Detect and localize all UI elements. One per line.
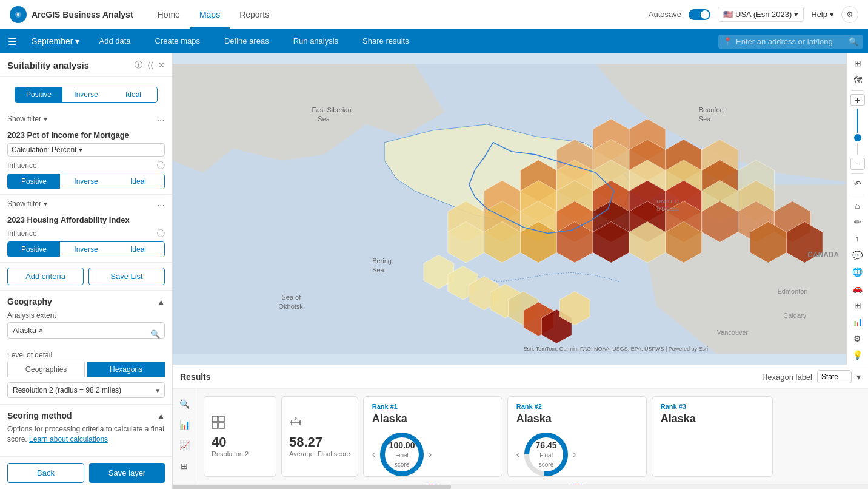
rank1-next-btn[interactable]: › xyxy=(429,449,432,460)
hex-state-select[interactable]: State xyxy=(817,370,852,383)
region-selector[interactable]: 🇺🇸 USA (Esri 2023) ▾ xyxy=(718,7,804,22)
count-grid-icon xyxy=(212,416,225,432)
toolbar-basemap-icon[interactable]: 🗺 xyxy=(849,72,867,87)
show-filter-btn-1[interactable]: Show filter ▾ xyxy=(7,115,47,123)
toolbar-export-icon[interactable]: ↑ xyxy=(849,231,867,246)
sub-nav-run-analysis[interactable]: Run analysis xyxy=(281,29,350,53)
rank1-prev-btn[interactable]: ‹ xyxy=(372,449,375,460)
influence-tab-inverse-2[interactable]: Inverse xyxy=(60,242,112,257)
toolbar-car-icon[interactable]: 🚗 xyxy=(849,281,867,295)
main-nav: Home Maps Reports xyxy=(148,0,634,29)
toolbar-globe-icon[interactable]: 🌐 xyxy=(849,265,867,279)
influence-tab-positive-2[interactable]: Positive xyxy=(8,242,60,257)
results-panel: Results Hexagon label State ▾ 🔍 📊 � xyxy=(173,365,868,489)
sub-nav: ☰ September ▾ Add data Create maps Defin… xyxy=(0,29,868,53)
sub-nav-share-results[interactable]: Share results xyxy=(350,29,421,53)
results-body: 🔍 📊 📈 ⊞ xyxy=(173,389,868,484)
tab-inverse[interactable]: Inverse xyxy=(62,87,110,102)
rank2-next-btn[interactable]: › xyxy=(573,449,576,460)
avg-icon: x̄ xyxy=(289,416,302,432)
rank2-prev-btn[interactable]: ‹ xyxy=(516,449,519,460)
detail-tab-geographies[interactable]: Geographies xyxy=(7,362,85,377)
show-filter-label-2: Show filter xyxy=(7,200,41,208)
criteria-section-2: Show filter ▾ ··· 2023 Housing Affordabi… xyxy=(0,195,172,263)
influence-tab-ideal-1[interactable]: Ideal xyxy=(112,174,164,189)
settings-btn[interactable]: ⚙ xyxy=(841,6,858,23)
tab-positive[interactable]: Positive xyxy=(15,87,62,102)
region-chevron: ▾ xyxy=(794,10,798,19)
geography-collapse-btn[interactable]: ▲ xyxy=(157,297,165,306)
detail-tab-hexagons[interactable]: Hexagons xyxy=(87,362,165,377)
svg-text:Edmonton: Edmonton xyxy=(777,288,807,295)
result-trend-icon[interactable]: 📈 xyxy=(176,437,192,453)
result-card-count: 40 Resolution 2 xyxy=(204,396,276,477)
scoring-collapse-btn[interactable]: ▲ xyxy=(157,411,165,420)
sub-nav-create-maps[interactable]: Create maps xyxy=(143,29,212,53)
toolbar-undo-icon[interactable]: ↶ xyxy=(849,177,867,191)
svg-text:Okhotsk: Okhotsk xyxy=(279,303,304,310)
toolbar-home-icon[interactable]: ⌂ xyxy=(849,198,867,212)
geo-search-input[interactable] xyxy=(7,322,165,339)
help-circle-icon[interactable]: ⓘ xyxy=(135,59,142,70)
save-list-btn[interactable]: Save List xyxy=(88,268,165,285)
toolbar-bulb-icon[interactable]: 💡 xyxy=(849,348,867,362)
rank2-sub: Final score xyxy=(539,452,553,468)
more-options-btn-2[interactable]: ··· xyxy=(157,200,165,211)
nav-home[interactable]: Home xyxy=(148,0,190,29)
collapse-icon[interactable]: ⟨⟨ xyxy=(147,61,153,70)
toolbar-settings-icon[interactable]: ⚙ xyxy=(849,331,867,345)
influence-tab-inverse-1[interactable]: Inverse xyxy=(60,174,112,189)
influence-tab-row-1: Positive Inverse Ideal xyxy=(7,174,165,189)
map-container[interactable]: East Siberian Sea Beaufort Sea UNITED ST… xyxy=(173,53,868,365)
criteria-title-2: 2023 Housing Affordability Index xyxy=(7,215,165,224)
toolbar-layers-icon[interactable]: ⊞ xyxy=(849,56,867,70)
save-layer-btn[interactable]: Save layer xyxy=(89,463,165,483)
rank2-body: ‹ 76.45 Final score xyxy=(516,430,638,479)
sub-nav-define-areas[interactable]: Define areas xyxy=(212,29,281,53)
app-logo: ArcGIS Business Analyst xyxy=(10,6,133,23)
toolbar-chart-icon[interactable]: 📊 xyxy=(849,314,867,329)
tab-ideal[interactable]: Ideal xyxy=(110,87,157,102)
close-icon[interactable]: ✕ xyxy=(158,61,165,70)
menu-icon[interactable]: ☰ xyxy=(0,29,24,53)
zoom-out-btn[interactable]: − xyxy=(850,158,865,170)
criteria-section-1: Show filter ▾ ··· 2023 Pct of Income for… xyxy=(0,110,172,195)
results-header: Results Hexagon label State ▾ xyxy=(173,365,868,389)
autosave-toggle[interactable] xyxy=(689,9,710,20)
result-map-icon[interactable]: 🔍 xyxy=(176,396,192,412)
add-criteria-btn[interactable]: Add criteria xyxy=(7,268,84,285)
influence-info-icon-2[interactable]: ⓘ xyxy=(157,228,165,239)
nav-reports[interactable]: Reports xyxy=(230,0,279,29)
result-card-rank3: Rank #3 Alaska xyxy=(652,396,773,477)
search-bar[interactable]: 📍 🔍 xyxy=(718,35,863,49)
svg-text:x̄: x̄ xyxy=(295,417,297,421)
influence-tab-ideal-2[interactable]: Ideal xyxy=(112,242,164,257)
sub-nav-add-data[interactable]: Add data xyxy=(87,29,142,53)
scoring-link[interactable]: Learn about calculations xyxy=(29,435,108,443)
svg-text:CANADA: CANADA xyxy=(807,251,839,259)
rank1-badge: Rank #1 xyxy=(372,403,493,410)
help-chevron: ▾ xyxy=(830,10,834,19)
toolbar-comment-icon[interactable]: 💬 xyxy=(849,248,867,262)
calc-select-1[interactable]: Calculation: Percent ▾ xyxy=(7,143,165,157)
resolution-select[interactable]: Resolution 2 (radius = 98.2 miles) xyxy=(7,382,165,398)
show-filter-btn-2[interactable]: Show filter ▾ xyxy=(7,200,47,208)
horizontal-scrollbar[interactable] xyxy=(173,484,868,489)
toolbar-draw-icon[interactable]: ✏ xyxy=(849,215,867,229)
influence-info-icon-1[interactable]: ⓘ xyxy=(157,160,165,171)
influence-tab-positive-1[interactable]: Positive xyxy=(8,174,60,189)
nav-maps[interactable]: Maps xyxy=(190,0,230,29)
flag-icon: 🇺🇸 xyxy=(723,10,733,19)
search-input[interactable] xyxy=(736,37,845,46)
workspace-selector[interactable]: September ▾ xyxy=(24,36,87,46)
scoring-description: Options for processing criteria to calcu… xyxy=(7,424,165,445)
help-btn[interactable]: Help ▾ xyxy=(811,10,834,19)
result-chart-icon[interactable]: 📊 xyxy=(176,417,192,433)
zoom-in-btn[interactable]: + xyxy=(850,94,865,106)
back-btn[interactable]: Back xyxy=(7,463,84,483)
results-collapse-btn[interactable]: ▾ xyxy=(856,372,861,382)
toolbar-grid-icon[interactable]: ⊞ xyxy=(849,298,867,312)
criteria-action-btns: Add criteria Save List xyxy=(0,263,172,291)
result-table-icon[interactable]: ⊞ xyxy=(176,458,192,474)
more-options-btn-1[interactable]: ··· xyxy=(157,115,165,126)
